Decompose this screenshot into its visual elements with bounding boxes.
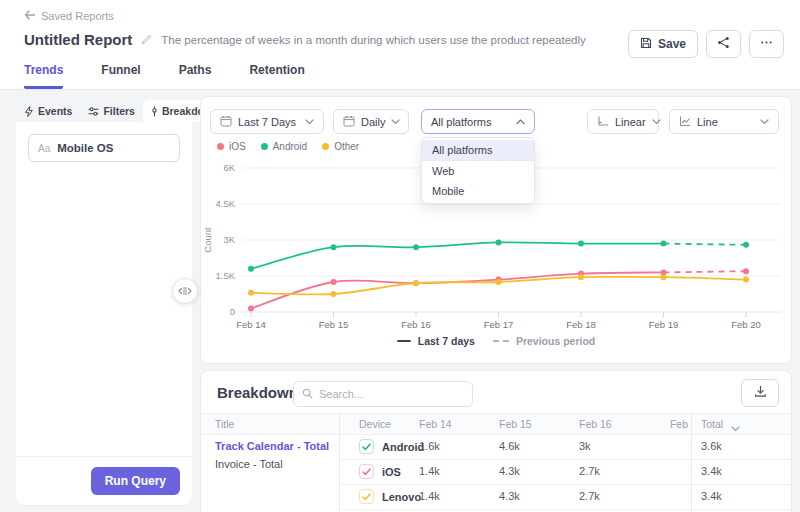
checkbox-checked-icon[interactable] <box>359 489 374 504</box>
chevron-down-icon <box>305 119 314 125</box>
table-body: Track Calendar - TotalInvoice - TotalAnd… <box>201 435 792 512</box>
series-line-previous-ios <box>664 271 747 272</box>
trends-chart-card: Last 7 Days Daily All platforms All plat… <box>200 96 792 364</box>
x-tick-label: Feb 17 <box>484 319 514 330</box>
table-header-row: TitleDeviceFeb 14Feb 15Feb 16FebTotal <box>201 413 792 435</box>
query-builder-tabs: EventsFiltersBreakdown <box>16 100 227 122</box>
x-tick-label: Feb 16 <box>401 319 431 330</box>
value-cell: 1.4k <box>419 490 440 502</box>
resize-arrows-icon <box>178 282 192 300</box>
period-legend-label: Previous period <box>516 335 595 347</box>
chevron-up-icon <box>516 119 525 125</box>
y-axis-label: Count <box>202 227 213 253</box>
edit-icon[interactable] <box>141 34 152 45</box>
date-range-value: Last 7 Days <box>238 116 296 128</box>
tab-retention[interactable]: Retention <box>249 63 304 89</box>
value-cell: 4.3k <box>499 465 520 477</box>
platform-dropdown-menu: All platformsWebMobile <box>421 137 535 204</box>
search-input[interactable] <box>319 388 464 400</box>
property-label: Mobile OS <box>57 142 113 154</box>
panel-footer: Run Query <box>16 456 192 505</box>
download-button[interactable] <box>741 379 779 407</box>
tab-trends[interactable]: Trends <box>24 63 63 89</box>
x-tick-label: Feb 15 <box>319 319 349 330</box>
report-tabs: TrendsFunnelPathsRetention <box>24 63 305 89</box>
scale-select[interactable]: Linear <box>587 109 659 134</box>
sort-chevron-icon <box>731 422 740 434</box>
platform-select[interactable]: All platforms <box>421 109 535 134</box>
col-header-feb-16: Feb 16 <box>579 418 612 430</box>
column-divider <box>691 414 692 434</box>
col-header-title: Title <box>215 418 234 430</box>
col-header-feb: Feb <box>670 418 688 430</box>
legend-item-ios[interactable]: iOS <box>217 141 246 152</box>
platform-value: All platforms <box>431 116 492 128</box>
data-point-android <box>743 242 749 248</box>
period-legend-solid: Last 7 days <box>397 335 475 347</box>
data-point-android <box>331 244 337 250</box>
date-range-select[interactable]: Last 7 Days <box>210 109 324 134</box>
breakdown-search <box>293 381 473 407</box>
table-row-lenovo: Lenovo1.4k4.3k2.7k2.8k3.4k <box>339 485 792 510</box>
column-divider <box>339 435 340 512</box>
sidebar-resize-handle[interactable] <box>172 278 198 304</box>
value-cell: 1.6k <box>419 440 440 452</box>
data-point-android <box>413 244 419 250</box>
breakdown-property-mobile-os[interactable]: Aa Mobile OS <box>28 134 180 162</box>
linear-axis-icon <box>597 115 609 129</box>
download-icon <box>754 385 767 401</box>
data-point-other <box>578 274 584 280</box>
y-tick-label: 1.5K <box>215 270 235 281</box>
sidebar-tab-filters[interactable]: Filters <box>80 100 143 122</box>
share-button[interactable] <box>706 30 741 58</box>
data-point-other <box>331 291 337 297</box>
table-row-ios: iOS1.4k4.3k2.7k2.8k3.4k <box>339 460 792 485</box>
more-button[interactable] <box>749 30 784 58</box>
back-link[interactable]: Saved Reports <box>24 10 114 22</box>
save-button[interactable]: Save <box>628 30 698 58</box>
platform-option-all-platforms[interactable]: All platforms <box>422 140 534 161</box>
title-item-invoice-total[interactable]: Invoice - Total <box>201 455 339 473</box>
tab-funnel[interactable]: Funnel <box>101 63 140 89</box>
legend-label: Other <box>334 141 359 152</box>
data-point-ios <box>743 268 749 274</box>
sidebar-tab-events[interactable]: Events <box>16 100 80 122</box>
y-tick-label: 3K <box>223 234 235 245</box>
sliders-icon <box>88 106 99 117</box>
breakdown-table-card: Breakdown TitleDeviceFeb 14Feb 15Feb 16F… <box>200 370 792 512</box>
x-tick-label: Feb 18 <box>566 319 596 330</box>
checkbox-checked-icon[interactable] <box>359 464 374 479</box>
platform-option-mobile[interactable]: Mobile <box>422 181 534 201</box>
value-cell: 3k <box>579 440 591 452</box>
chart-controls: Last 7 Days Daily All platforms All plat… <box>210 109 779 134</box>
topbar: Saved Reports Untitled Report The percen… <box>0 0 800 90</box>
legend-item-android[interactable]: Android <box>261 141 307 152</box>
run-query-button[interactable]: Run Query <box>91 467 180 495</box>
legend-dot <box>261 143 268 150</box>
device-name: iOS <box>382 466 401 478</box>
series-line-ios <box>251 272 664 308</box>
checkbox-checked-icon[interactable] <box>359 439 374 454</box>
data-point-android <box>578 241 584 247</box>
granularity-value: Daily <box>361 116 385 128</box>
platform-option-web[interactable]: Web <box>422 161 534 181</box>
chart-type-select[interactable]: Line <box>669 109 779 134</box>
title-item-track-calendar-total[interactable]: Track Calendar - Total <box>201 437 339 455</box>
legend-item-other[interactable]: Other <box>322 141 359 152</box>
calendar-icon <box>343 115 355 129</box>
series-legend: iOSAndroidOther <box>217 141 359 152</box>
col-header-total[interactable]: Total <box>701 418 723 430</box>
table-row-android: Android1.6k4.6k3k3.1k3.6k <box>339 435 792 460</box>
period-legend-dashed: Previous period <box>493 335 595 347</box>
string-type-icon: Aa <box>38 143 50 154</box>
value-cell: 3.4k <box>701 465 722 477</box>
tab-paths[interactable]: Paths <box>179 63 212 89</box>
data-point-ios <box>248 305 254 311</box>
legend-dot <box>322 143 329 150</box>
breakdown-icon <box>151 106 158 117</box>
calendar-icon <box>220 115 232 129</box>
granularity-select[interactable]: Daily <box>333 109 409 134</box>
dashed-line-swatch <box>493 340 509 342</box>
x-tick-label: Feb 20 <box>731 319 761 330</box>
legend-label: Android <box>273 141 307 152</box>
